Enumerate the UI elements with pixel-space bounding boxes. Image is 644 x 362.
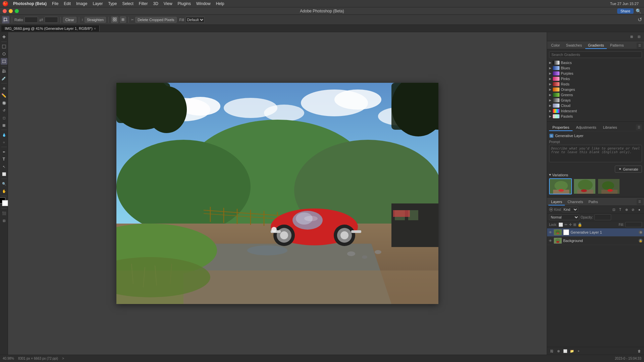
panel-menu-icon[interactable]: ☰ — [637, 43, 643, 49]
overlay-icon[interactable]: ⊞ — [120, 16, 126, 23]
menu-layer[interactable]: Layer — [90, 1, 105, 7]
tab-adjustments[interactable]: Adjustments — [573, 124, 600, 131]
tab-paths[interactable]: Paths — [586, 199, 601, 205]
menu-plugins[interactable]: Plugins — [175, 1, 193, 7]
crop-tool-left[interactable] — [1, 68, 7, 74]
fill-input[interactable]: 100% — [625, 222, 642, 227]
expand-arrow-variations[interactable]: ▾ — [549, 173, 551, 177]
menu-3d[interactable]: 3D — [151, 1, 160, 7]
effect-icon[interactable]: ⊕ — [624, 207, 629, 212]
gradient-group-pinks[interactable]: ▶ Pinks — [549, 76, 642, 81]
stamp-tool[interactable]: 🔘 — [1, 100, 7, 106]
screen-mode[interactable]: ⊟ — [1, 217, 7, 224]
tab-patterns[interactable]: Patterns — [607, 42, 627, 49]
tab-gradients[interactable]: Gradients — [585, 42, 607, 49]
blend-mode-select[interactable]: Normal Multiply Screen Overlay — [549, 214, 579, 220]
properties-generate-button[interactable]: ✦ Generate — [615, 166, 642, 173]
variation-thumb-2[interactable] — [573, 178, 596, 194]
lock-image-icon[interactable]: ✏ — [565, 223, 568, 227]
menu-edit[interactable]: Edit — [61, 1, 73, 7]
panel-expand-icon[interactable]: ⊞ — [628, 33, 635, 40]
props-menu-icon[interactable]: ☰ — [636, 124, 642, 130]
ratio-height-input[interactable] — [45, 17, 58, 23]
shape-tool[interactable]: ⬜ — [1, 171, 7, 177]
link-layers-icon[interactable]: ⛓ — [549, 348, 554, 354]
text-tool[interactable]: T — [1, 156, 7, 163]
tab-properties[interactable]: Properties — [549, 124, 573, 131]
lasso-tool[interactable] — [1, 51, 7, 57]
close-button[interactable] — [3, 9, 7, 13]
new-group-icon[interactable]: 📁 — [569, 348, 575, 354]
marquee-tool[interactable] — [1, 43, 7, 50]
add-mask-icon[interactable]: ⬜ — [562, 348, 568, 354]
color-filter-icon[interactable]: ● — [637, 207, 642, 212]
panel-collapse-icon[interactable]: ⊟ — [635, 33, 643, 40]
quick-mask[interactable]: ⬛ — [1, 210, 7, 217]
color-swatches[interactable] — [0, 197, 9, 207]
new-layer-icon[interactable]: + — [576, 348, 581, 354]
tab-close-icon[interactable]: × — [94, 26, 96, 31]
layer-visibility-2[interactable]: 👁 — [548, 239, 552, 243]
grid-icon[interactable] — [111, 16, 118, 23]
zoom-tool[interactable]: 🔍 — [1, 180, 7, 187]
menu-image[interactable]: Image — [74, 1, 90, 7]
reset-icon[interactable]: ↺ — [638, 16, 642, 23]
pixel-lock-icon[interactable]: ⊡ — [611, 207, 616, 212]
lock-all-icon[interactable]: 🔒 — [578, 223, 582, 227]
menu-filter[interactable]: Filter — [137, 1, 150, 7]
path-selection[interactable]: ↖ — [1, 163, 7, 170]
dodge-tool[interactable]: ○ — [1, 139, 7, 145]
move-tool[interactable] — [1, 34, 7, 40]
gradient-search-input[interactable] — [549, 51, 642, 58]
gradient-group-basics[interactable]: ▶ Basics — [549, 60, 642, 65]
hand-tool[interactable]: ✋ — [1, 188, 7, 194]
brush-tool[interactable]: ✏️ — [1, 92, 7, 99]
background-color[interactable] — [2, 200, 8, 206]
straighten-button[interactable]: Straighten — [85, 17, 106, 23]
gradient-group-purples[interactable]: ▶ Purples — [549, 71, 642, 76]
layer-row-2[interactable]: 👁 Background 🔒 — [547, 237, 644, 245]
tab-layers[interactable]: Layers — [548, 199, 565, 205]
gradient-group-greens[interactable]: ▶ Greens — [549, 92, 642, 98]
delete-layer-icon[interactable]: 🗑 — [637, 348, 642, 354]
menu-file[interactable]: File — [50, 1, 61, 7]
adjustment-icon[interactable]: ⊘ — [630, 207, 636, 212]
gradient-group-cloud[interactable]: ▶ Cloud — [549, 103, 642, 108]
maximize-button[interactable] — [15, 9, 19, 13]
lock-transparent-icon[interactable]: ⬜ — [558, 223, 563, 227]
clear-button[interactable]: Clear — [63, 17, 76, 23]
share-button[interactable]: Share — [617, 8, 634, 14]
art-history-icon[interactable]: T — [618, 207, 623, 212]
gradient-group-blues[interactable]: ▶ Blues — [549, 65, 642, 71]
tab-swatches[interactable]: Swatches — [563, 42, 585, 49]
layers-menu-icon[interactable]: ☰ — [637, 199, 643, 205]
gradient-group-iridescent[interactable]: ▶ Iridescent — [549, 108, 642, 114]
eraser-tool[interactable]: ◻ — [1, 114, 7, 121]
tab-libraries[interactable]: Libraries — [600, 124, 621, 131]
crop-tool-icon[interactable] — [2, 16, 9, 23]
eyedropper-tool[interactable]: 💉 — [1, 75, 7, 82]
gradient-group-grays[interactable]: ▶ Grays — [549, 98, 642, 103]
add-style-icon[interactable]: ⊕ — [556, 348, 561, 354]
variation-thumb-1[interactable] — [549, 178, 572, 194]
gradient-group-oranges[interactable]: ▶ Oranges — [549, 87, 642, 92]
kind-select[interactable]: Kind Name Effect — [562, 207, 578, 212]
opacity-input[interactable]: 100% — [594, 214, 611, 220]
variation-thumb-3[interactable] — [597, 178, 620, 194]
object-selection-tool[interactable] — [1, 58, 7, 65]
apple-menu[interactable]: 🍎 — [3, 1, 8, 6]
swap-icon[interactable]: ⇄ — [39, 17, 43, 22]
gradient-tool[interactable]: ▦ — [1, 122, 7, 128]
menu-window[interactable]: Window — [194, 1, 213, 7]
menu-select[interactable]: Select — [120, 1, 136, 7]
ratio-width-input[interactable] — [24, 17, 38, 23]
gradient-group-pastels[interactable]: ▶ Pastels — [549, 114, 642, 119]
lock-artboard-icon[interactable]: ⊞ — [573, 223, 576, 227]
heal-tool[interactable]: ⊕ — [1, 85, 7, 92]
menu-type[interactable]: Type — [106, 1, 119, 7]
minimize-button[interactable] — [9, 9, 13, 13]
lock-position-icon[interactable]: ✛ — [569, 223, 572, 227]
layer-row-1[interactable]: 👁 Generative Layer 1 ⚙ — [547, 228, 644, 237]
delete-cropped-button[interactable]: Delete Cropped Pixels — [135, 17, 176, 23]
extra-btn[interactable]: > — [62, 357, 64, 360]
